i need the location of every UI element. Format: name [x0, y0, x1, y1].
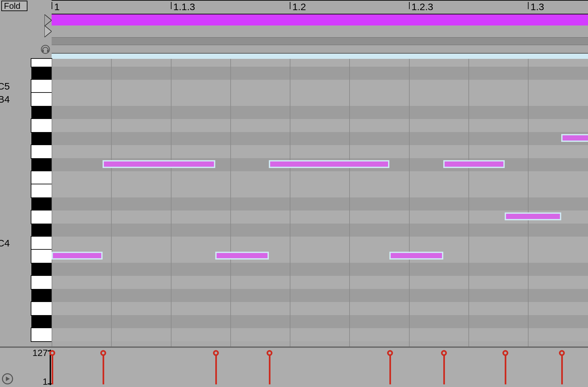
svg-marker-5	[6, 377, 10, 381]
velocity-handle[interactable]	[387, 350, 393, 356]
note-lane	[52, 197, 588, 210]
ruler-tick-label: 1.2	[292, 1, 306, 12]
note-lane	[52, 289, 588, 302]
velocity-handle[interactable]	[49, 350, 55, 356]
note-lane	[52, 302, 588, 315]
velocity-stem[interactable]	[505, 352, 506, 384]
velocity-lane[interactable]: 127 1	[0, 346, 588, 387]
velocity-handle[interactable]	[502, 350, 508, 356]
ruler-tick-mark	[528, 2, 529, 9]
ruler-tick-label: 1.3	[531, 1, 544, 12]
midi-note[interactable]	[52, 252, 103, 260]
velocity-stem[interactable]	[389, 352, 391, 384]
ruler-tick-mark	[409, 2, 410, 9]
clip-loop-bar[interactable]	[52, 14, 588, 25]
midi-note[interactable]	[215, 252, 269, 260]
piano-key-white[interactable]	[31, 93, 52, 106]
midi-note[interactable]	[389, 252, 443, 260]
note-lane	[52, 119, 588, 132]
piano-key-white[interactable]	[31, 328, 52, 341]
velocity-handle[interactable]	[100, 350, 106, 356]
note-lane	[52, 184, 588, 197]
beat-gridline	[111, 59, 112, 346]
velocity-stem[interactable]	[103, 352, 104, 384]
key-label-column: C5B4C4	[0, 0, 31, 387]
piano-key[interactable]	[31, 59, 52, 67]
note-lane	[52, 250, 588, 263]
piano-key-white[interactable]	[31, 184, 52, 197]
note-lane	[52, 106, 588, 119]
loop-start-marker[interactable]	[44, 14, 52, 26]
beat-gridline	[52, 59, 52, 346]
piano-roll-keys[interactable]	[31, 59, 52, 346]
piano-key-white[interactable]	[31, 145, 52, 158]
header-strip-2	[52, 45, 588, 53]
note-lane	[52, 224, 588, 237]
velocity-handle[interactable]	[213, 350, 219, 356]
note-lane	[52, 80, 588, 93]
piano-key-black[interactable]	[31, 132, 52, 145]
note-lane	[52, 328, 588, 341]
velocity-stem[interactable]	[443, 352, 445, 384]
key-label: C4	[0, 238, 10, 249]
piano-key-white[interactable]	[31, 237, 52, 250]
midi-note[interactable]	[561, 134, 588, 142]
note-lane	[52, 263, 588, 276]
piano-key-black[interactable]	[31, 224, 52, 237]
start-marker-row[interactable]	[52, 25, 588, 37]
midi-note[interactable]	[443, 160, 505, 168]
time-ruler[interactable]: 11.1.31.21.2.31.3	[52, 0, 588, 14]
svg-rect-4	[47, 50, 49, 52]
midi-note-grid[interactable]	[52, 59, 588, 346]
piano-key-white[interactable]	[31, 171, 52, 184]
midi-note[interactable]	[103, 160, 215, 168]
piano-key-white[interactable]	[31, 119, 52, 132]
velocity-stem[interactable]	[269, 352, 270, 384]
piano-key-white[interactable]	[31, 80, 52, 93]
piano-key-black[interactable]	[31, 289, 52, 302]
ruler-tick-label: 1.2.3	[412, 1, 433, 12]
velocity-editor[interactable]	[52, 348, 588, 387]
selection-bar[interactable]	[52, 53, 588, 59]
velocity-stem[interactable]	[561, 352, 563, 384]
headphones-icon[interactable]	[41, 44, 50, 56]
note-lane	[52, 276, 588, 289]
piano-key-black[interactable]	[31, 106, 52, 119]
velocity-handle[interactable]	[441, 350, 447, 356]
velocity-handle[interactable]	[267, 350, 272, 356]
beat-gridline	[230, 59, 231, 346]
note-lane	[52, 145, 588, 158]
note-lane	[52, 67, 588, 80]
ruler-tick-label: 1.1.3	[173, 1, 195, 12]
piano-key-white[interactable]	[31, 210, 52, 224]
piano-key-white[interactable]	[31, 302, 52, 315]
ruler-tick-label: 1	[54, 1, 60, 12]
piano-key-black[interactable]	[31, 263, 52, 276]
clip-header: 11.1.31.21.2.31.3	[52, 0, 588, 59]
beat-gridline	[468, 59, 469, 346]
velocity-scale: 127 1	[31, 348, 52, 387]
note-lane	[52, 171, 588, 184]
velocity-stem[interactable]	[52, 352, 53, 384]
note-lane	[52, 132, 588, 145]
ruler-tick-mark	[171, 2, 172, 9]
ruler-tick-mark	[290, 2, 290, 9]
piano-key-black[interactable]	[31, 197, 52, 210]
piano-key-black[interactable]	[31, 315, 52, 328]
piano-key-black[interactable]	[31, 67, 52, 80]
midi-note[interactable]	[505, 212, 561, 220]
piano-key-white[interactable]	[31, 276, 52, 289]
preview-play-button[interactable]	[2, 373, 13, 384]
note-lane	[52, 315, 588, 328]
clip-start-marker[interactable]	[44, 25, 52, 39]
piano-key-white[interactable]	[31, 250, 52, 263]
velocity-max-label: 127	[32, 348, 48, 358]
midi-note[interactable]	[269, 160, 389, 168]
velocity-stem[interactable]	[215, 352, 217, 384]
velocity-handle[interactable]	[559, 350, 565, 356]
beat-gridline	[171, 59, 172, 346]
velocity-min-label: 1	[42, 377, 48, 387]
piano-key-black[interactable]	[31, 158, 52, 171]
beat-gridline	[349, 59, 350, 346]
header-strip	[52, 37, 588, 45]
